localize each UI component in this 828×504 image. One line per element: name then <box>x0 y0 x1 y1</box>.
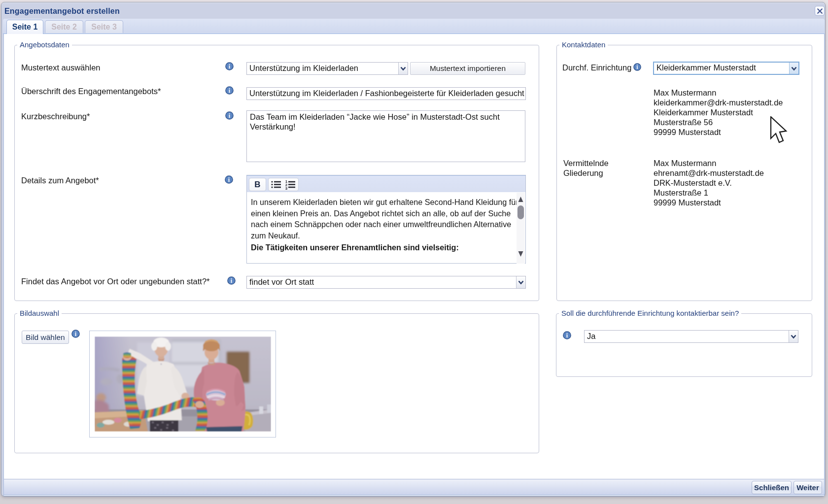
svg-text:i: i <box>229 112 231 119</box>
svg-text:i: i <box>231 277 233 284</box>
svg-text:i: i <box>229 87 231 94</box>
svg-text:i: i <box>228 176 230 183</box>
svg-text:3: 3 <box>285 186 288 191</box>
svg-text:i: i <box>229 63 231 70</box>
svg-text:i: i <box>75 331 77 337</box>
svg-text:i: i <box>566 332 568 339</box>
